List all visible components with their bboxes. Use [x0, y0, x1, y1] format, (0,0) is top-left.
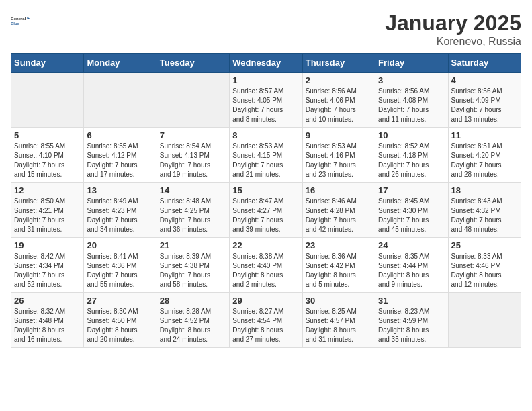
day-info: Sunrise: 8:55 AM Sunset: 4:12 PM Dayligh…: [87, 142, 153, 179]
day-info: Sunrise: 8:48 AM Sunset: 4:25 PM Dayligh…: [160, 197, 226, 234]
calendar-cell: 3Sunrise: 8:56 AM Sunset: 4:08 PM Daylig…: [375, 73, 448, 128]
day-info: Sunrise: 8:25 AM Sunset: 4:57 PM Dayligh…: [306, 307, 372, 345]
day-header-friday: Friday: [375, 54, 448, 73]
day-number: 24: [378, 240, 445, 250]
day-info: Sunrise: 8:38 AM Sunset: 4:40 PM Dayligh…: [232, 252, 299, 289]
day-number: 30: [306, 295, 372, 306]
calendar-cell: [11, 73, 84, 128]
calendar-cell: 11Sunrise: 8:51 AM Sunset: 4:20 PM Dayli…: [448, 128, 521, 183]
day-number: 12: [14, 185, 81, 195]
day-info: Sunrise: 8:52 AM Sunset: 4:18 PM Dayligh…: [378, 142, 445, 179]
day-number: 16: [306, 185, 372, 195]
day-header-tuesday: Tuesday: [157, 54, 229, 73]
calendar-cell: 17Sunrise: 8:45 AM Sunset: 4:30 PM Dayli…: [375, 183, 448, 238]
svg-text:Blue: Blue: [11, 21, 20, 26]
month-title: January 2025: [385, 11, 521, 36]
calendar-cell: 14Sunrise: 8:48 AM Sunset: 4:25 PM Dayli…: [157, 183, 229, 238]
location-title: Korenevo, Russia: [385, 36, 521, 48]
calendar-cell: 9Sunrise: 8:53 AM Sunset: 4:16 PM Daylig…: [302, 128, 375, 183]
day-number: 2: [306, 75, 372, 85]
day-number: 3: [378, 75, 445, 85]
logo: GeneralBlue: [11, 11, 31, 31]
calendar-cell: 28Sunrise: 8:28 AM Sunset: 4:52 PM Dayli…: [157, 293, 229, 348]
svg-text:General: General: [11, 17, 26, 21]
day-headers: SundayMondayTuesdayWednesdayThursdayFrid…: [11, 54, 521, 73]
calendar-cell: 4Sunrise: 8:56 AM Sunset: 4:09 PM Daylig…: [448, 73, 521, 128]
day-number: 6: [87, 130, 153, 140]
day-info: Sunrise: 8:56 AM Sunset: 4:09 PM Dayligh…: [451, 87, 518, 124]
day-info: Sunrise: 8:46 AM Sunset: 4:28 PM Dayligh…: [306, 197, 372, 234]
calendar-cell: 7Sunrise: 8:54 AM Sunset: 4:13 PM Daylig…: [157, 128, 229, 183]
calendar-cell: 20Sunrise: 8:41 AM Sunset: 4:36 PM Dayli…: [84, 238, 157, 293]
day-info: Sunrise: 8:39 AM Sunset: 4:38 PM Dayligh…: [160, 252, 226, 289]
day-number: 23: [306, 240, 372, 250]
calendar-cell: 24Sunrise: 8:35 AM Sunset: 4:44 PM Dayli…: [375, 238, 448, 293]
svg-marker-1: [27, 17, 30, 19]
calendar-cell: [448, 293, 521, 348]
day-info: Sunrise: 8:33 AM Sunset: 4:46 PM Dayligh…: [451, 252, 518, 289]
day-info: Sunrise: 8:43 AM Sunset: 4:32 PM Dayligh…: [451, 197, 518, 234]
calendar-cell: 6Sunrise: 8:55 AM Sunset: 4:12 PM Daylig…: [84, 128, 157, 183]
day-info: Sunrise: 8:35 AM Sunset: 4:44 PM Dayligh…: [378, 252, 445, 289]
calendar-table: SundayMondayTuesdayWednesdayThursdayFrid…: [11, 53, 521, 348]
day-number: 1: [232, 75, 299, 85]
day-number: 22: [232, 240, 299, 250]
day-info: Sunrise: 8:49 AM Sunset: 4:23 PM Dayligh…: [87, 197, 153, 234]
day-info: Sunrise: 8:41 AM Sunset: 4:36 PM Dayligh…: [87, 252, 153, 289]
day-info: Sunrise: 8:51 AM Sunset: 4:20 PM Dayligh…: [451, 142, 518, 179]
week-row-4: 19Sunrise: 8:42 AM Sunset: 4:34 PM Dayli…: [11, 238, 521, 293]
day-header-wednesday: Wednesday: [230, 54, 302, 73]
calendar-cell: 5Sunrise: 8:55 AM Sunset: 4:10 PM Daylig…: [11, 128, 84, 183]
day-info: Sunrise: 8:56 AM Sunset: 4:06 PM Dayligh…: [306, 87, 372, 124]
day-number: 11: [451, 130, 518, 140]
day-number: 21: [160, 240, 226, 250]
day-number: 27: [87, 295, 153, 306]
calendar-cell: 30Sunrise: 8:25 AM Sunset: 4:57 PM Dayli…: [302, 293, 375, 348]
calendar-cell: 27Sunrise: 8:30 AM Sunset: 4:50 PM Dayli…: [84, 293, 157, 348]
calendar-cell: 22Sunrise: 8:38 AM Sunset: 4:40 PM Dayli…: [230, 238, 302, 293]
day-info: Sunrise: 8:28 AM Sunset: 4:52 PM Dayligh…: [160, 307, 226, 345]
day-number: 31: [378, 295, 445, 306]
day-number: 19: [14, 240, 81, 250]
calendar-cell: 15Sunrise: 8:47 AM Sunset: 4:27 PM Dayli…: [230, 183, 302, 238]
header: GeneralBlue January 2025 Korenevo, Russi…: [11, 11, 521, 48]
calendar-cell: 13Sunrise: 8:49 AM Sunset: 4:23 PM Dayli…: [84, 183, 157, 238]
day-number: 4: [451, 75, 518, 85]
day-header-thursday: Thursday: [302, 54, 375, 73]
day-info: Sunrise: 8:56 AM Sunset: 4:08 PM Dayligh…: [378, 87, 445, 124]
calendar-cell: 25Sunrise: 8:33 AM Sunset: 4:46 PM Dayli…: [448, 238, 521, 293]
week-row-1: 1Sunrise: 8:57 AM Sunset: 4:05 PM Daylig…: [11, 73, 521, 128]
day-number: 28: [160, 295, 226, 306]
day-number: 10: [378, 130, 445, 140]
calendar-cell: 29Sunrise: 8:27 AM Sunset: 4:54 PM Dayli…: [230, 293, 302, 348]
day-info: Sunrise: 8:57 AM Sunset: 4:05 PM Dayligh…: [232, 87, 299, 124]
calendar-cell: 1Sunrise: 8:57 AM Sunset: 4:05 PM Daylig…: [230, 73, 302, 128]
day-info: Sunrise: 8:23 AM Sunset: 4:59 PM Dayligh…: [378, 307, 445, 345]
calendar-cell: [157, 73, 229, 128]
calendar-cell: 8Sunrise: 8:53 AM Sunset: 4:15 PM Daylig…: [230, 128, 302, 183]
day-number: 15: [232, 185, 299, 195]
calendar-cell: 16Sunrise: 8:46 AM Sunset: 4:28 PM Dayli…: [302, 183, 375, 238]
calendar-cell: 10Sunrise: 8:52 AM Sunset: 4:18 PM Dayli…: [375, 128, 448, 183]
day-info: Sunrise: 8:27 AM Sunset: 4:54 PM Dayligh…: [232, 307, 299, 345]
day-info: Sunrise: 8:54 AM Sunset: 4:13 PM Dayligh…: [160, 142, 226, 179]
day-number: 9: [306, 130, 372, 140]
day-number: 13: [87, 185, 153, 195]
day-info: Sunrise: 8:55 AM Sunset: 4:10 PM Dayligh…: [14, 142, 81, 179]
day-info: Sunrise: 8:53 AM Sunset: 4:15 PM Dayligh…: [232, 142, 299, 179]
title-area: January 2025 Korenevo, Russia: [385, 11, 521, 48]
day-number: 14: [160, 185, 226, 195]
day-info: Sunrise: 8:45 AM Sunset: 4:30 PM Dayligh…: [378, 197, 445, 234]
day-info: Sunrise: 8:53 AM Sunset: 4:16 PM Dayligh…: [306, 142, 372, 179]
day-info: Sunrise: 8:47 AM Sunset: 4:27 PM Dayligh…: [232, 197, 299, 234]
day-info: Sunrise: 8:50 AM Sunset: 4:21 PM Dayligh…: [14, 197, 81, 234]
day-number: 25: [451, 240, 518, 250]
day-info: Sunrise: 8:32 AM Sunset: 4:48 PM Dayligh…: [14, 307, 81, 345]
calendar-cell: 2Sunrise: 8:56 AM Sunset: 4:06 PM Daylig…: [302, 73, 375, 128]
day-number: 17: [378, 185, 445, 195]
day-number: 26: [14, 295, 81, 306]
calendar-cell: 21Sunrise: 8:39 AM Sunset: 4:38 PM Dayli…: [157, 238, 229, 293]
day-number: 20: [87, 240, 153, 250]
day-number: 18: [451, 185, 518, 195]
day-number: 7: [160, 130, 226, 140]
